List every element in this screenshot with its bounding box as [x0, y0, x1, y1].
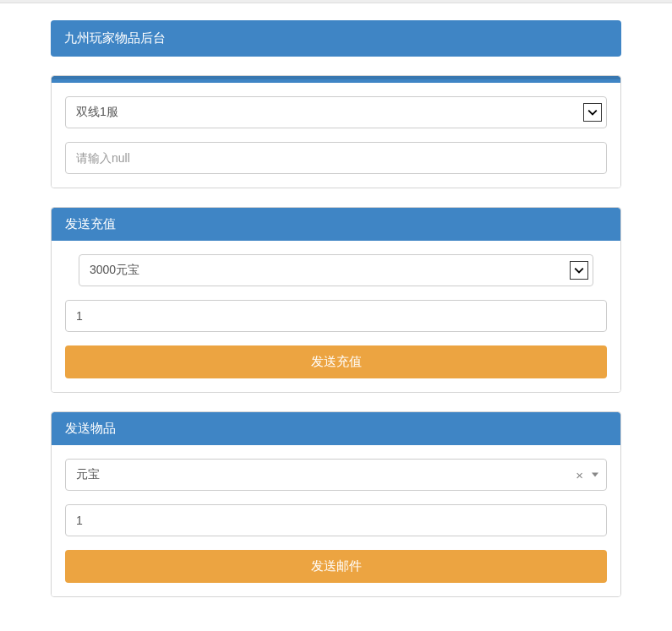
- item-panel: 发送物品 元宝 × 发送邮件: [51, 411, 621, 597]
- server-select-value: 双线1服: [76, 105, 118, 120]
- item-count-group: [65, 504, 607, 536]
- recharge-amount-value: 3000元宝: [90, 263, 139, 278]
- item-panel-title: 发送物品: [65, 421, 116, 435]
- server-panel: 双线1服: [51, 75, 621, 188]
- item-select-group: 元宝 ×: [65, 459, 607, 491]
- recharge-amount-group: 3000元宝: [65, 254, 607, 286]
- item-select-value: 元宝: [76, 467, 100, 482]
- recharge-panel: 发送充值 3000元宝 发送充值: [51, 207, 621, 393]
- item-panel-heading: 发送物品: [52, 412, 620, 445]
- close-icon[interactable]: ×: [576, 468, 583, 482]
- server-select[interactable]: 双线1服: [65, 96, 607, 128]
- recharge-amount-select[interactable]: 3000元宝: [79, 254, 593, 286]
- recharge-panel-heading: 发送充值: [52, 208, 620, 241]
- item-panel-body: 元宝 × 发送邮件: [52, 445, 620, 596]
- server-panel-heading: [52, 76, 620, 83]
- player-input[interactable]: [65, 142, 607, 174]
- chevron-down-icon: [583, 103, 602, 122]
- player-input-group: [65, 142, 607, 174]
- recharge-panel-title: 发送充值: [65, 216, 116, 231]
- item-select[interactable]: 元宝 ×: [65, 459, 607, 491]
- caret-down-icon: [592, 473, 598, 477]
- recharge-submit-group: 发送充值: [65, 345, 607, 378]
- item-submit-button[interactable]: 发送邮件: [65, 550, 607, 583]
- item-count-input[interactable]: [65, 504, 607, 536]
- page-title-bar: 九州玩家物品后台: [51, 20, 621, 57]
- server-select-group: 双线1服: [65, 96, 607, 128]
- recharge-count-group: [65, 300, 607, 332]
- recharge-count-input[interactable]: [65, 300, 607, 332]
- page-title: 九州玩家物品后台: [64, 30, 166, 45]
- server-panel-body: 双线1服: [52, 83, 620, 188]
- chevron-down-icon: [570, 261, 588, 280]
- main-container: 九州玩家物品后台 双线1服 发送充值: [0, 3, 672, 631]
- recharge-submit-button[interactable]: 发送充值: [65, 345, 607, 378]
- item-submit-group: 发送邮件: [65, 550, 607, 583]
- recharge-panel-body: 3000元宝 发送充值: [52, 241, 620, 392]
